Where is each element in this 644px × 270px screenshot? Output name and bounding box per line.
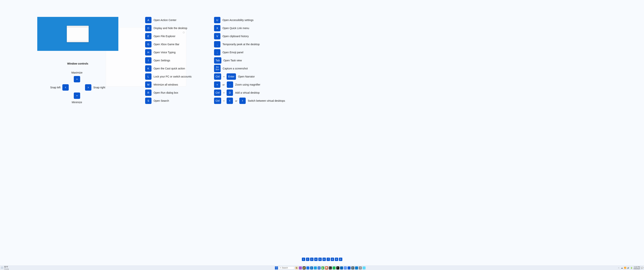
shortcut-description: Lock your PC or switch accounts (154, 75, 192, 78)
page-indicator[interactable]: 1234567890 (302, 258, 342, 261)
shortcut-description: Open Quick Link menu (222, 27, 249, 30)
keycap: Ctrl (214, 89, 221, 96)
pager-dot[interactable]: 8 (331, 258, 334, 261)
keycap: - (227, 81, 233, 88)
shortcut-row: UOpen Accessibility settings (214, 17, 285, 23)
shortcut-row: Ctrl+orSwitch between virtual desktops (214, 98, 285, 104)
taskbar-app-react[interactable] (362, 266, 366, 269)
keycap: PrtScn (214, 65, 220, 72)
taskbar-app-terminal[interactable]: >_ (329, 266, 332, 269)
keycap: Ctrl (214, 73, 221, 80)
taskbar-search[interactable]: Search (279, 266, 294, 269)
keycap: Ctrl (214, 98, 221, 104)
snap-left-label: Snap left (50, 86, 60, 89)
shortcut-row: Ctrl+EnterOpen Narrator (214, 73, 285, 80)
minimize-label: Minimize (72, 101, 82, 104)
keycap (226, 98, 233, 104)
keycap: M (145, 81, 152, 88)
keycap: E (145, 33, 152, 39)
shortcut-row: ,Temporarily peek at the desktop (214, 41, 285, 48)
taskbar-app-outlook[interactable]: O (310, 266, 313, 269)
taskbar-app-explorer[interactable]: 📁 (302, 266, 306, 269)
taskbar-app-publisher[interactable]: P (336, 266, 339, 269)
keycap: D (145, 25, 152, 31)
shortcut-description: Open Task view (224, 59, 242, 62)
shortcut-description: Add a virtual desktop (235, 91, 260, 94)
search-placeholder: Search (282, 267, 288, 269)
shortcut-description: Open Emoji panel (222, 51, 243, 54)
taskbar-app-store[interactable] (340, 266, 343, 269)
shortcut-description: Zoom using magnifier (235, 83, 260, 86)
keycap: A (145, 17, 152, 23)
shortcut-description: Temporarily peek at the desktop (222, 43, 260, 46)
keycap: Enter (226, 73, 236, 80)
shortcut-row: TabOpen Task view (214, 57, 285, 64)
hero-illustration (37, 17, 118, 51)
key-separator: + (223, 99, 225, 102)
keycap: L (145, 73, 152, 80)
key-separator: or (235, 99, 237, 102)
taskbar-app-whiteboard[interactable] (348, 266, 350, 269)
taskbar-app-duck[interactable]: 🦆 (295, 266, 298, 269)
start-button[interactable] (275, 266, 278, 269)
maximize-label: Maximize (71, 71, 82, 74)
taskbar-app-word[interactable]: W (318, 266, 320, 269)
taskbar-app-photos[interactable] (314, 266, 317, 269)
shortcut-row: ROpen Run dialog box (145, 89, 192, 96)
pager-dot[interactable]: 9 (335, 258, 338, 261)
keycap: + (214, 81, 220, 88)
shortcut-row: VOpen clipboard history (214, 33, 285, 39)
pager-dot[interactable]: 2 (306, 258, 309, 261)
onedrive-icon[interactable]: ☁ (621, 267, 623, 269)
key-separator: + (223, 75, 225, 78)
pager-dot[interactable]: 0 (339, 258, 342, 261)
weather-widget[interactable]: 55°F Cloudy (1, 266, 31, 270)
keycap: G (145, 41, 152, 48)
taskbar-app-spotify[interactable] (332, 266, 336, 269)
pager-dot[interactable]: 4 (314, 258, 318, 261)
weather-desc: Cloudy (4, 268, 9, 270)
arrow-left-key (62, 84, 69, 91)
arrow-grid: Maximize Snap left Snap right (50, 71, 105, 104)
taskbar-app-gear[interactable]: ⚙ (359, 266, 362, 269)
shortcut-row: EOpen File Explorer (145, 33, 192, 39)
taskbar[interactable]: 55°F Cloudy Search 🦆📁OW▶📊>_P</>⚙⚙ ☁ 📶 🔊 … (0, 265, 644, 270)
shortcut-description: Open Voice Typing (154, 51, 176, 54)
shortcut-description: Open Settings (154, 59, 170, 62)
shortcut-row: PrtScnCapture a screenshot (214, 65, 285, 72)
arrow-up-key (74, 76, 80, 82)
battery-icon[interactable]: 🔋 (630, 267, 632, 269)
chevron-up-icon[interactable] (618, 267, 620, 269)
pager-dot[interactable]: 3 (310, 258, 314, 261)
pager-dot[interactable]: 6 (322, 258, 326, 261)
keycap: V (214, 33, 220, 39)
shortcut-description: Open Xbox Game Bar (154, 43, 180, 46)
keycap: S (145, 98, 152, 104)
keycap: H (145, 49, 152, 56)
taskbar-app-media[interactable]: ▶ (321, 266, 324, 269)
keycap: ; (214, 49, 220, 56)
network-icon[interactable]: 📶 (624, 267, 626, 269)
keycap: , (214, 41, 220, 48)
pager-dot[interactable]: 1 (302, 258, 305, 261)
key-separator: or (222, 83, 225, 86)
notifications-icon[interactable]: 💬 (641, 267, 643, 269)
key-separator: + (223, 91, 225, 94)
clock[interactable]: 2:40 PM4/3/2024 (634, 266, 640, 270)
taskbar-app-settings[interactable]: ⚙ (351, 266, 354, 269)
taskbar-app-clipchamp[interactable] (299, 266, 302, 269)
keycap: R (145, 89, 152, 96)
taskbar-app-devtools[interactable]: </> (344, 266, 347, 269)
shortcut-description: Open Run dialog box (154, 91, 178, 94)
pager-dot[interactable]: 5 (318, 258, 322, 261)
taskbar-app-powerpoint[interactable]: 📊 (325, 266, 328, 269)
system-tray[interactable]: ☁ 📶 🔊 🔋 2:40 PM4/3/2024 💬 (610, 266, 643, 270)
pager-dot[interactable]: 7 (326, 258, 330, 261)
taskbar-app-edge[interactable] (306, 266, 309, 269)
volume-icon[interactable]: 🔊 (627, 267, 630, 269)
keycap: K (145, 65, 152, 72)
cloud-icon (1, 267, 3, 269)
shortcut-description: Open Action Center (154, 19, 176, 22)
keycap (239, 98, 246, 104)
taskbar-app-vscode[interactable] (355, 266, 358, 269)
